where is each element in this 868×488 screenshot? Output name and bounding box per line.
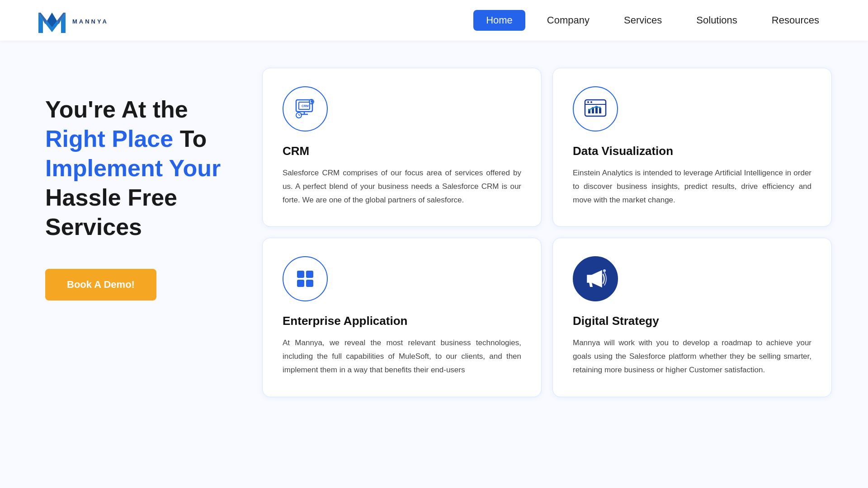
nav-company[interactable]: Company [534, 10, 602, 31]
card-crm: CRM CRM Salesforce [262, 68, 542, 227]
digital-icon-circle [573, 256, 618, 301]
data-viz-card-title: Data Visualization [573, 144, 811, 158]
crm-card-title: CRM [283, 144, 521, 158]
digital-card-title: Digital Strategy [573, 314, 811, 328]
svg-point-18 [587, 101, 589, 103]
svg-text:CRM: CRM [302, 104, 309, 108]
crm-icon-circle: CRM [283, 86, 328, 131]
brand-name: MANNYA [72, 18, 108, 25]
svg-rect-23 [599, 108, 601, 113]
svg-point-19 [590, 101, 592, 103]
data-viz-icon [583, 96, 608, 122]
svg-point-8 [311, 101, 312, 103]
services-grid: CRM CRM Salesforce [262, 68, 832, 397]
crm-icon: CRM [292, 96, 318, 122]
svg-point-25 [592, 107, 594, 109]
svg-rect-31 [306, 280, 313, 287]
main-nav: Home Company Services Solutions Resource… [473, 10, 832, 31]
enterprise-card-title: Enterprise Application [283, 314, 521, 328]
enterprise-card-desc: At Mannya, we reveal the most relevant b… [283, 336, 521, 376]
main-content: You're At the Right Place To Implement Y… [0, 41, 868, 424]
digital-strategy-icon [583, 266, 608, 291]
nav-home[interactable]: Home [473, 10, 525, 31]
svg-point-24 [588, 109, 590, 111]
svg-point-26 [595, 106, 597, 108]
nav-solutions[interactable]: Solutions [684, 10, 750, 31]
nav-services[interactable]: Services [611, 10, 675, 31]
data-viz-card-desc: Einstein Analytics is intended to levera… [573, 166, 811, 206]
header: MANNYA Home Company Services Solutions R… [0, 0, 868, 41]
crm-card-desc: Salesforce CRM comprises of our focus ar… [283, 166, 521, 206]
data-viz-icon-circle [573, 86, 618, 131]
logo-area: MANNYA [36, 6, 108, 35]
hero-title: You're At the Right Place To Implement Y… [45, 95, 226, 242]
card-digital: Digital Strategy Mannya will work with y… [552, 238, 832, 397]
svg-point-32 [603, 269, 606, 272]
brand-logo [36, 6, 68, 35]
svg-rect-30 [297, 280, 304, 287]
enterprise-icon [292, 266, 318, 291]
enterprise-icon-circle [283, 256, 328, 301]
svg-point-27 [599, 107, 601, 108]
card-data-viz: Data Visualization Einstein Analytics is… [552, 68, 832, 227]
hero-section: You're At the Right Place To Implement Y… [45, 68, 226, 300]
nav-resources[interactable]: Resources [759, 10, 832, 31]
card-enterprise: Enterprise Application At Mannya, we rev… [262, 238, 542, 397]
book-demo-button[interactable]: Book A Demo! [45, 269, 156, 300]
digital-card-desc: Mannya will work with you to develop a r… [573, 336, 811, 376]
svg-rect-28 [297, 271, 304, 278]
svg-rect-29 [306, 271, 313, 278]
